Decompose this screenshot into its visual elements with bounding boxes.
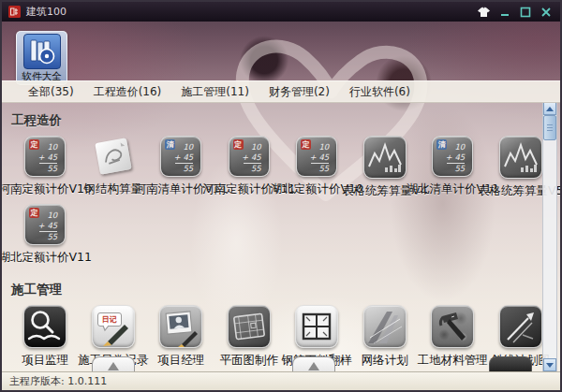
app-item[interactable]: 项目监理: [11, 305, 80, 369]
floorplan-icon: [228, 305, 271, 348]
calculator-icon: 清 10 + 45 55: [160, 136, 201, 177]
app-label: 工地材料管理: [418, 353, 488, 369]
diagonal-plan-icon: [499, 305, 542, 348]
calculator-icon: 定 10 + 45 55: [24, 136, 66, 177]
magnifier-book-icon: [23, 305, 67, 348]
app-item[interactable]: 定 10 + 45 55 湖北定额计价V11: [11, 204, 80, 266]
app-item[interactable]: 项目经理: [147, 305, 215, 369]
app-label: 项目经理: [157, 353, 204, 369]
app-logo-icon: [8, 6, 21, 18]
software-collection-button[interactable]: 软件大全: [16, 31, 67, 85]
calc-line2: + 45: [25, 221, 65, 231]
software-library-icon: [23, 34, 61, 69]
tab-construction-management[interactable]: 施工管理(11): [181, 84, 249, 100]
calc-line3: 55: [244, 163, 261, 174]
skin-shirt-icon[interactable]: [476, 5, 492, 19]
tab-industry-software[interactable]: 行业软件(6): [349, 84, 410, 100]
stamp-seal: 定: [233, 139, 244, 150]
app-label: 项目监理: [22, 353, 68, 369]
stamp-seal: 定: [29, 139, 39, 150]
section-title-engineering-cost: 工程造价: [11, 112, 560, 129]
calc-line3: 55: [447, 163, 465, 174]
scroll-down-arrow-icon[interactable]: [543, 358, 556, 371]
app-item[interactable]: 定 10 + 45 55 河南定额计价V10: [11, 136, 80, 199]
tab-all[interactable]: 全部(35): [28, 84, 74, 100]
partially-visible-app-icon[interactable]: [92, 356, 135, 372]
vertical-scrollbar[interactable]: [542, 101, 557, 372]
calculator-icon: 定 10 + 45 55: [24, 204, 66, 245]
stamp-seal: 定: [29, 208, 39, 218]
app-grid-content: 工程造价 定 10 + 45 55 河南定额计价V10: [2, 101, 560, 372]
portrait-pencil-icon: [159, 305, 202, 348]
maximize-icon[interactable]: [517, 5, 533, 19]
tab-engineering-cost[interactable]: 工程造价(16): [94, 84, 162, 100]
calculator-icon: 清 10 + 45 55: [432, 136, 473, 177]
version-text: 主程序版本: 1.0.111: [9, 374, 107, 388]
stamp-seal: 清: [165, 139, 175, 150]
calc-line2: + 45: [25, 152, 65, 163]
app-item[interactable]: 平面图制作: [215, 305, 284, 369]
tab-financial-management[interactable]: 财务管理(2): [269, 84, 330, 100]
window-title: 建筑100: [26, 5, 67, 19]
triangle-glyph: [308, 362, 319, 370]
hammer-materials-icon: [431, 305, 474, 348]
titlebar: 建筑100: [2, 2, 560, 22]
app-window: 建筑100: [0, 0, 562, 392]
calc-line2: + 45: [433, 152, 472, 163]
close-icon[interactable]: [538, 5, 554, 19]
line-chart-icon: [499, 136, 542, 179]
calc-line3: 55: [311, 163, 329, 174]
diary-pencil-icon: 日记: [92, 305, 135, 348]
line-chart-icon: [363, 136, 407, 179]
minimize-icon[interactable]: [496, 5, 512, 19]
steel-sheet-icon: [93, 136, 134, 177]
stamp-seal: 定: [301, 139, 311, 150]
scroll-up-arrow-icon[interactable]: [543, 102, 556, 115]
rebar-grid-icon: [295, 305, 338, 348]
app-item[interactable]: 定 10 + 45 55 湖北定额计价V10: [283, 136, 351, 199]
app-item[interactable]: 网络计划: [351, 305, 420, 369]
calc-line3: 55: [39, 163, 57, 174]
calc-line3: 55: [175, 163, 193, 174]
app-label: 湖北定额计价V11: [2, 250, 92, 266]
stamp-seal: 清: [436, 139, 447, 150]
triangle-glyph: [108, 362, 119, 370]
app-item[interactable]: 清 10 + 45 55 湖北清单计价V11: [419, 136, 487, 199]
calculator-icon: 定 10 + 45 55: [296, 136, 337, 177]
app-label: 平面图制作: [220, 353, 279, 369]
engineering-cost-grid: 定 10 + 45 55 河南定额计价V10 钢结构算量: [2, 136, 560, 270]
section-title-construction-management: 施工管理: [11, 282, 560, 298]
scrollbar-thumb[interactable]: [543, 115, 556, 140]
calc-line2: + 45: [161, 152, 200, 163]
app-item[interactable]: 工地材料管理: [419, 305, 487, 369]
window-controls: [476, 5, 554, 19]
calc-line3: 55: [39, 231, 57, 242]
partially-visible-app-icon[interactable]: [489, 356, 532, 372]
calculator-icon: 定 10 + 45 55: [229, 136, 270, 177]
app-label: 网络计划: [362, 353, 408, 369]
calc-line2: + 45: [297, 152, 336, 163]
network-plan-icon: [363, 305, 407, 348]
category-tabbar: 全部(35) 工程造价(16) 施工管理(11) 财务管理(2) 行业软件(6): [2, 80, 560, 103]
partially-visible-app-icon[interactable]: [292, 356, 335, 372]
statusbar: 主程序版本: 1.0.111: [2, 371, 560, 390]
construction-management-grid: 项目监理 日记 施工日常记录: [2, 305, 560, 372]
calc-line2: + 45: [229, 152, 269, 163]
